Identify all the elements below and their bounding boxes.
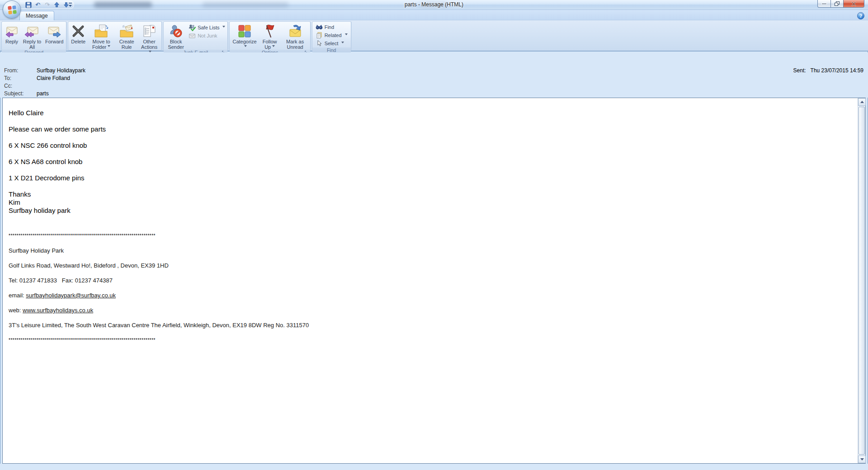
office-logo-icon xyxy=(8,5,17,14)
restore-button[interactable] xyxy=(831,0,844,8)
forward-icon xyxy=(47,24,61,39)
message-body: Hello Claire Please can we order some pa… xyxy=(2,98,866,464)
signature-company: Surfbay Holiday Park xyxy=(9,247,857,254)
scroll-down-icon xyxy=(860,458,864,462)
mark-as-unread-label: Mark as Unread xyxy=(283,39,307,50)
related-label: Related xyxy=(325,33,342,38)
follow-up-button[interactable]: Follow Up xyxy=(259,23,281,50)
help-icon: ? xyxy=(859,13,863,19)
ribbon: Reply Reply to All Forward Respond xyxy=(0,20,868,52)
sent-row: Sent: Thu 23/07/2015 14:59 xyxy=(793,67,863,74)
ribbon-group-actions: Delete Move to Folder Create Rule xyxy=(68,21,162,51)
minimize-button[interactable] xyxy=(817,0,831,8)
scroll-down-button[interactable] xyxy=(858,456,866,463)
ribbon-group-find: Find Related Select xyxy=(312,21,351,51)
ribbon-group-respond: Reply Reply to All Forward Respond xyxy=(1,21,66,51)
body-paragraph: 6 X NSC 266 control knob xyxy=(9,141,857,150)
customize-qat-icon xyxy=(68,2,72,8)
web-link[interactable]: www.surfbayholidays.co.uk xyxy=(23,307,93,314)
signature-web-line: web: www.surfbayholidays.co.uk xyxy=(9,307,857,314)
save-icon xyxy=(25,2,32,8)
not-junk-button[interactable]: Not Junk xyxy=(188,32,226,39)
select-button[interactable]: Select xyxy=(315,39,349,47)
select-icon xyxy=(316,40,323,47)
forward-label: Forward xyxy=(45,39,63,44)
vertical-scrollbar[interactable] xyxy=(858,98,865,463)
closing-line: Surfbay holiday park xyxy=(9,207,857,215)
ribbon-group-options: Categorize Follow Up Mark as Unread Opti… xyxy=(229,21,310,51)
find-label: Find xyxy=(325,24,334,30)
move-to-folder-icon xyxy=(94,24,109,39)
signature-phone: Tel: 01237 471833 Fax: 01237 474387 xyxy=(9,277,857,284)
reply-icon xyxy=(5,24,19,39)
email-link[interactable]: surfbayholidaypark@surfbay.co.uk xyxy=(26,292,116,299)
mark-as-unread-icon xyxy=(288,24,302,39)
dropdown-arrow-icon xyxy=(345,33,348,37)
dropdown-arrow-icon xyxy=(341,42,344,45)
up-arrow-icon xyxy=(54,2,60,8)
redo-button[interactable]: ↷ xyxy=(43,1,51,9)
tab-message-label: Message xyxy=(26,13,48,19)
sent-value: Thu 23/07/2015 14:59 xyxy=(811,67,863,74)
delete-label: Delete xyxy=(71,39,85,44)
ribbon-tab-row: Message ? xyxy=(0,10,868,20)
close-icon xyxy=(851,1,856,6)
undo-button[interactable]: ↶ xyxy=(34,1,42,9)
safe-lists-label: Safe Lists xyxy=(198,25,219,30)
from-value: Surfbay Holidaypark xyxy=(37,67,85,74)
safe-lists-icon xyxy=(189,24,196,31)
scroll-up-button[interactable] xyxy=(858,98,866,106)
cc-label: Cc: xyxy=(4,83,37,89)
body-paragraph: Hello Claire xyxy=(9,109,857,117)
office-button[interactable] xyxy=(3,0,21,19)
safe-lists-button[interactable]: Safe Lists xyxy=(188,24,226,31)
help-button[interactable]: ? xyxy=(857,12,864,19)
window-bottom-frame xyxy=(0,464,868,470)
move-to-folder-button[interactable]: Move to Folder xyxy=(88,23,115,50)
reply-to-all-label: Reply to All xyxy=(23,39,42,50)
create-rule-button[interactable]: Create Rule xyxy=(116,23,137,50)
subject-value: parts xyxy=(37,90,49,97)
signature-company-reg: 3T's Leisure Limited, The South West Car… xyxy=(9,322,857,329)
signature-separator: ****************************************… xyxy=(9,337,857,343)
block-sender-button[interactable]: Block Sender xyxy=(165,23,187,50)
reply-label: Reply xyxy=(5,39,18,44)
related-icon xyxy=(316,32,323,39)
window-title: parts - Message (HTML) xyxy=(0,1,868,8)
categorize-button[interactable]: Categorize xyxy=(231,23,258,50)
customize-qat-button[interactable] xyxy=(67,1,73,9)
body-paragraph: Please can we order some parts xyxy=(9,125,857,133)
block-sender-label: Block Sender xyxy=(166,39,185,50)
other-actions-icon xyxy=(142,24,156,39)
from-label: From: xyxy=(4,67,37,74)
scrollbar-thumb[interactable] xyxy=(859,107,865,455)
not-junk-icon xyxy=(189,32,196,39)
reply-button[interactable]: Reply xyxy=(3,23,20,44)
delete-button[interactable]: Delete xyxy=(70,23,87,44)
close-button[interactable] xyxy=(844,0,864,8)
mark-as-unread-button[interactable]: Mark as Unread xyxy=(282,23,309,50)
subject-label: Subject: xyxy=(4,90,37,97)
to-label: To: xyxy=(4,75,37,81)
previous-item-button[interactable] xyxy=(53,1,61,9)
tab-message[interactable]: Message xyxy=(19,11,54,20)
forward-button[interactable]: Forward xyxy=(44,23,65,44)
closing-line: Kim xyxy=(9,198,857,207)
email-label: email: xyxy=(9,292,26,299)
signature-address: Golf Links Road, Westward Ho!, Bideford … xyxy=(9,262,857,269)
signature-email-line: email: surfbayholidaypark@surfbay.co.uk xyxy=(9,292,857,299)
redo-icon: ↷ xyxy=(45,2,50,8)
signature-block: ****************************************… xyxy=(9,232,857,343)
dropdown-arrow-icon xyxy=(244,45,247,48)
restore-icon xyxy=(835,1,840,6)
find-button[interactable]: Find xyxy=(315,23,349,31)
reply-to-all-button[interactable]: Reply to All xyxy=(21,23,43,50)
scroll-up-icon xyxy=(860,99,864,103)
ribbon-group-junk: Block Sender Safe Lists Not Junk xyxy=(163,21,228,51)
save-button[interactable] xyxy=(24,1,32,9)
create-rule-icon xyxy=(119,24,134,39)
other-actions-button[interactable]: Other Actions xyxy=(138,23,160,55)
related-button[interactable]: Related xyxy=(315,31,349,39)
to-row: To: Claire Folland xyxy=(4,75,70,81)
dropdown-arrow-icon xyxy=(108,45,110,48)
